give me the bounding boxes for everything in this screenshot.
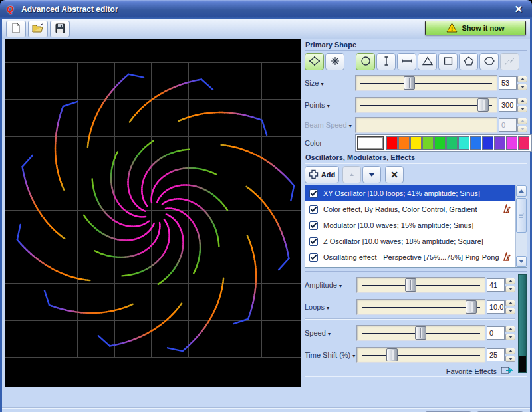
color-swatch-white-selected[interactable] [357,136,384,150]
points-spin-down[interactable] [517,106,527,112]
main-toolbar: ! Show it now [2,19,530,39]
effect-checkbox-0[interactable] [309,189,318,198]
scroll-down-button[interactable] [516,256,527,267]
size-slider-thumb[interactable] [404,76,415,90]
time-shift-spin-down[interactable] [505,356,515,362]
effect-row-4[interactable]: Oscillating effect - Perspective [75%...… [305,249,515,265]
add-effect-button[interactable]: Add [305,166,339,183]
loops-spin-up[interactable] [505,300,515,306]
color-label: Color [305,139,355,147]
color-swatch-4[interactable] [434,136,446,150]
beam-speed-value[interactable]: 0 [499,118,517,132]
effect-row-5[interactable]: Brightness effect, By Radius, Brightness… [305,265,515,267]
loops-label[interactable]: Loops ▾ [305,303,356,311]
time-shift-spin-up[interactable] [505,348,515,354]
color-swatch-2[interactable] [410,136,422,150]
favorite-effects-icon[interactable] [501,366,514,377]
color-swatch-8[interactable] [482,136,493,150]
shape-button-circle[interactable] [356,53,375,70]
size-slider-row: Size ▾53 [305,72,527,94]
color-swatch-10[interactable] [506,136,517,150]
down-arrow-icon [368,173,375,177]
size-spin-down[interactable] [517,84,527,90]
triangle-icon [421,56,434,68]
color-swatch-0[interactable] [386,136,398,150]
show-it-now-button[interactable]: ! Show it now [425,21,526,35]
amplitude-value[interactable]: 41 [487,278,505,292]
time-shift-slider-track[interactable] [356,347,485,363]
color-swatch-5[interactable] [446,136,458,150]
amplitude-slider-thumb[interactable] [405,278,416,292]
beam-speed-label[interactable]: Beam Speed ▾ [305,121,355,129]
shape-button-triangle[interactable] [418,53,437,70]
effect-label-4: Oscillating effect - Perspective [75%...… [323,253,499,261]
effect-row-0[interactable]: XY Oscillator [10.0 loops; 41% amplitude… [305,185,515,201]
color-swatch-9[interactable] [494,136,505,150]
speed-label[interactable]: Speed ▾ [305,329,356,337]
new-file-button[interactable] [6,21,26,37]
loops-spin-down[interactable] [505,308,515,314]
favorite-effects-link[interactable]: Favorite Effects [446,367,497,375]
loops-slider-track[interactable] [356,299,485,315]
color-swatch-7[interactable] [470,136,481,150]
points-label[interactable]: Points ▾ [305,101,355,109]
effect-checkbox-3[interactable] [309,237,318,246]
speed-slider-thumb[interactable] [415,326,426,340]
amplitude-label[interactable]: Amplitude ▾ [305,281,356,289]
scrollbar-thumb[interactable] [516,198,527,233]
time-shift-slider-thumb[interactable] [386,348,398,361]
speed-spin-down[interactable] [505,334,515,340]
color-swatch-11[interactable] [518,136,529,150]
time-shift-value[interactable]: 25 [487,348,505,361]
speed-slider-track[interactable] [356,325,485,341]
size-slider-track[interactable] [355,75,497,91]
loops-value[interactable]: 10.0 [487,300,505,314]
effect-row-3[interactable]: Z Oscillator [10.0 waves; 18% amplitude;… [305,233,515,249]
amplitude-slider-track[interactable] [356,277,485,293]
time-shift-slider-row: Time Shift (%) ▾25 [305,344,515,365]
save-file-button[interactable] [50,21,70,37]
delete-x-icon: ✕ [390,169,398,180]
color-swatch-6[interactable] [458,136,469,150]
mode-button-star-burst[interactable] [325,53,344,70]
open-folder-icon [32,23,44,35]
loops-slider-thumb[interactable] [466,300,477,314]
speed-value[interactable]: 0 [487,326,505,340]
size-value[interactable]: 53 [499,76,517,90]
open-file-button[interactable] [28,21,48,37]
color-palette [355,134,532,152]
effect-checkbox-1[interactable] [309,205,318,214]
size-label[interactable]: Size ▾ [305,79,355,87]
effect-row-2[interactable]: Modulator [10.0 waves; 15% amplitude; Si… [305,217,515,233]
color-swatch-1[interactable] [398,136,410,150]
effect-row-1[interactable]: Color effect, By Radius, Color Control, … [305,201,515,217]
points-slider-track[interactable] [355,97,497,113]
effect-checkbox-2[interactable] [309,221,318,230]
effects-scrollbar[interactable] [515,185,527,267]
points-slider-thumb[interactable] [477,98,489,112]
shape-button-pentagon[interactable] [459,53,478,70]
shape-button-hexagon[interactable] [479,53,499,70]
effect-checkbox-4[interactable] [309,253,318,262]
points-spin-up[interactable] [517,98,527,104]
scroll-up-button[interactable] [516,185,527,197]
footer-bar: OK Cancel [2,407,530,412]
close-icon[interactable]: ✕ [511,3,525,15]
title-bar[interactable]: Q Advanced Abstract editor ✕ [0,0,532,19]
mode-button-abstract-diamond[interactable] [305,53,324,70]
delete-effect-button[interactable]: ✕ [385,166,404,183]
move-down-button[interactable] [362,166,381,183]
speed-spin-up[interactable] [505,326,515,332]
beam-speed-spin-down [517,126,527,132]
amplitude-spin-down[interactable] [505,286,515,292]
color-swatch-3[interactable] [422,136,434,150]
preview-canvas[interactable] [5,39,301,387]
window-title: Advanced Abstract editor [21,5,118,14]
shape-button-vertical-line[interactable] [376,53,396,70]
shape-button-square[interactable] [438,53,458,70]
time-shift-label[interactable]: Time Shift (%) ▾ [305,351,356,359]
amplitude-spin-up[interactable] [505,278,515,284]
points-value[interactable]: 300 [499,98,517,112]
size-spin-up[interactable] [517,76,527,82]
shape-button-horizontal-line[interactable] [397,53,416,70]
